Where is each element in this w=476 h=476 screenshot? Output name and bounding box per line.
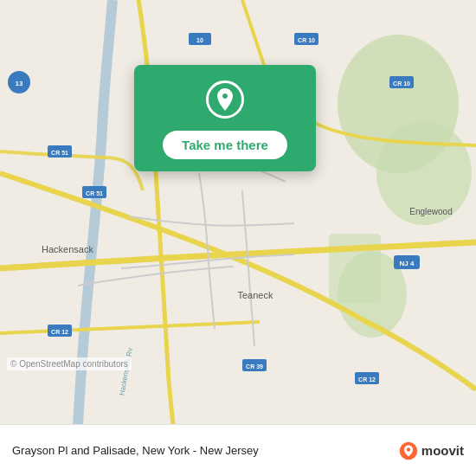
navigation-popup: Take me there [134, 65, 316, 171]
svg-text:CR 12: CR 12 [51, 329, 68, 335]
svg-point-29 [400, 441, 418, 460]
svg-text:Englewood: Englewood [409, 207, 452, 216]
location-pin-icon [215, 88, 235, 111]
take-me-there-button[interactable]: Take me there [163, 131, 287, 159]
svg-text:Teaneck: Teaneck [238, 290, 273, 300]
svg-text:CR 39: CR 39 [246, 363, 263, 370]
map-attribution: © OpenStreetMap contributors [7, 357, 132, 370]
svg-rect-4 [329, 234, 381, 303]
svg-text:CR 51: CR 51 [86, 190, 103, 196]
svg-text:CR 51: CR 51 [51, 150, 68, 156]
svg-text:CR 10: CR 10 [298, 37, 315, 43]
svg-text:10: 10 [196, 37, 203, 43]
bottom-bar: Grayson Pl and Palisade, New York - New … [0, 424, 476, 476]
moovit-logo: moovit [399, 441, 464, 460]
svg-text:NJ 4: NJ 4 [400, 260, 415, 267]
location-label: Grayson Pl and Palisade, New York - New … [12, 444, 399, 457]
svg-text:CR 12: CR 12 [358, 376, 376, 383]
svg-text:CR 10: CR 10 [393, 80, 410, 87]
location-icon-circle [206, 80, 244, 119]
svg-text:Hackensack: Hackensack [42, 244, 93, 254]
moovit-pin-icon [399, 441, 418, 460]
map-view: NJ 4 CR 51 CR 51 CR 10 CR 10 CR 12 CR 39… [0, 0, 476, 424]
svg-text:13: 13 [16, 80, 23, 87]
moovit-brand-text: moovit [421, 443, 464, 458]
